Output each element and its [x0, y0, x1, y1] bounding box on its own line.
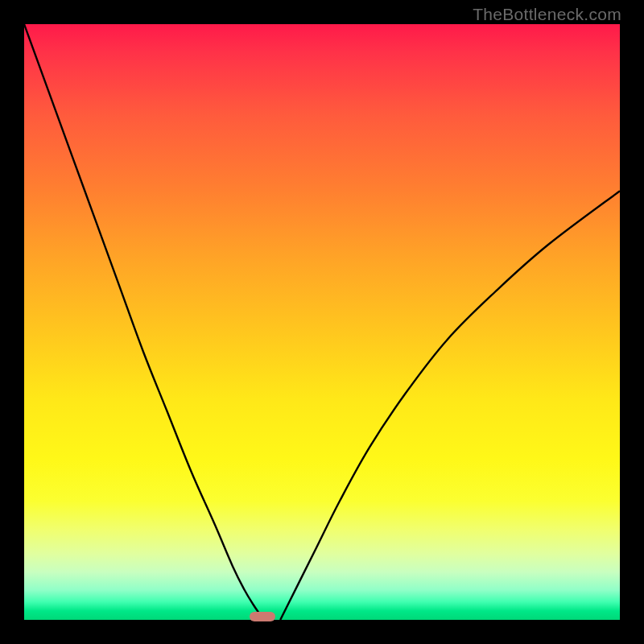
watermark-text: TheBottleneck.com	[473, 5, 621, 24]
left-curve	[24, 24, 262, 620]
bottleneck-marker	[250, 612, 275, 621]
curves-svg	[24, 24, 620, 620]
right-curve	[280, 191, 620, 620]
plot-area	[24, 24, 620, 620]
